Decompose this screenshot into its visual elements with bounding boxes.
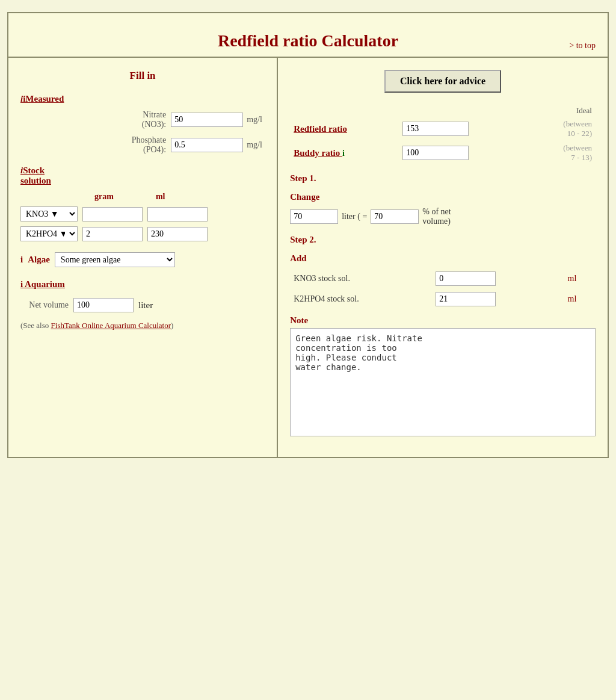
redfield-row: Redfield ratio (between10 - 22) (290, 117, 596, 141)
step1-heading: Step 1. (290, 173, 596, 184)
stock-ml-header: ml (156, 192, 165, 202)
add-kno3-label: KNO3 stock sol. (290, 268, 432, 289)
change-liters-input[interactable] (290, 209, 338, 224)
add-k2hpo4-unit: ml (564, 289, 596, 309)
phosphate-row: Phosphate(PO4): mg/l (20, 135, 265, 155)
header-section: Redfield ratio Calculator > to top (8, 13, 608, 57)
net-volume-input[interactable] (73, 298, 134, 312)
main-container: Redfield ratio Calculator > to top Fill … (7, 12, 609, 458)
stock-label-text: Stocksolution (20, 166, 51, 185)
add-kno3-value-input[interactable] (436, 271, 496, 286)
nitrate-row: Nitrate(NO3): mg/l (20, 110, 265, 129)
advice-button[interactable]: Click here for advice (384, 70, 501, 93)
to-top-link[interactable]: > to top (569, 41, 596, 51)
phosphate-input[interactable] (171, 138, 243, 152)
left-panel: Fill in iiMeasured Nitrate(NO3): mg/l Ph… (8, 58, 278, 457)
algae-label-text: Algae (28, 255, 50, 265)
buddy-row: Buddy ratio i (between7 - 13) (290, 141, 596, 165)
measured-label[interactable]: iiMeasured (20, 94, 265, 104)
ideal-heading: Ideal (531, 105, 596, 117)
algae-info-icon: i (20, 255, 23, 265)
stock-column-headers: gram ml (20, 192, 265, 202)
phosphate-label: Phosphate(PO4): (100, 135, 166, 155)
step1-label: Step 1. (290, 173, 316, 183)
add-k2hpo4-label: K2HPO4 stock sol. (290, 289, 432, 309)
net-volume-row: Net volume liter (20, 298, 265, 312)
change-percent-input[interactable] (371, 209, 419, 224)
stock-k2hpo4-select[interactable]: K2HPO4 ▼ KNO3 (20, 226, 78, 241)
aquarium-info-icon: i (20, 279, 23, 289)
see-also-prefix: (See also (20, 321, 51, 330)
stock-kno3-row: KNO3 ▼ KH2PO4 (20, 206, 265, 221)
net-volume-unit: liter (138, 300, 153, 311)
ratio-table: Ideal Redfield ratio (between10 - 22) (290, 105, 596, 165)
note-textarea[interactable]: Green algae risk. Nitrate concentration … (290, 328, 596, 436)
add-kno3-row: KNO3 stock sol. ml (290, 268, 596, 289)
stock-kno3-select[interactable]: KNO3 ▼ KH2PO4 (20, 206, 78, 221)
aquarium-section: i Aquarium Net volume liter (See also Fi… (20, 279, 265, 330)
step2-add-label: Add (290, 253, 596, 264)
algae-select[interactable]: Some green algae No algae Much green alg… (55, 252, 175, 267)
see-also-text: (See also FishTank Online Aquarium Calcu… (20, 321, 265, 330)
stock-k2hpo4-ml-input[interactable] (147, 227, 208, 241)
fill-in-heading: Fill in (20, 70, 265, 82)
redfield-ideal: (between10 - 22) (531, 117, 596, 141)
phosphate-unit: mg/l (247, 140, 265, 150)
change-row: liter ( = % of netvolume) (290, 207, 596, 226)
buddy-ratio-label[interactable]: Buddy ratio (294, 148, 342, 158)
right-panel: Click here for advice Ideal Redfield rat… (278, 58, 608, 457)
stock-solution-label[interactable]: iStocksolution (20, 166, 265, 186)
buddy-value-input[interactable] (402, 146, 469, 160)
net-volume-label: Net volume (20, 300, 69, 310)
algae-row: i Algae Some green algae No algae Much g… (20, 252, 265, 267)
page-title: Redfield ratio Calculator (20, 31, 596, 51)
add-k2hpo4-row: K2HPO4 stock sol. ml (290, 289, 596, 309)
add-k2hpo4-value-input[interactable] (436, 292, 496, 306)
stock-k2hpo4-gram-input[interactable] (82, 227, 143, 241)
aquarium-label-text: Aquarium (25, 279, 65, 289)
buddy-info-icon[interactable]: i (342, 149, 345, 158)
fishtank-link[interactable]: FishTank Online Aquarium Calculator (51, 321, 171, 330)
nitrate-label: Nitrate(NO3): (100, 110, 166, 129)
see-also-suffix: ) (171, 321, 173, 330)
add-table: KNO3 stock sol. ml K2HPO4 stock sol. ml (290, 268, 596, 309)
nitrate-unit: mg/l (247, 115, 265, 125)
step1-change-label: Change (290, 192, 596, 202)
stock-kno3-gram-input[interactable] (82, 207, 143, 221)
stock-kno3-ml-input[interactable] (147, 207, 208, 221)
note-heading: Note (290, 315, 596, 326)
stock-gram-header: gram (94, 192, 114, 202)
redfield-label[interactable]: Redfield ratio (294, 124, 347, 134)
change-percent-label: % of netvolume) (422, 207, 451, 226)
add-kno3-unit: ml (564, 268, 596, 289)
buddy-ideal: (between7 - 13) (531, 141, 596, 165)
step2-heading: Step 2. (290, 235, 596, 245)
change-liter-label: liter ( = (342, 212, 367, 221)
redfield-value-input[interactable] (402, 122, 469, 136)
nitrate-input[interactable] (171, 113, 243, 127)
stock-k2hpo4-row: K2HPO4 ▼ KNO3 (20, 226, 265, 241)
aquarium-label[interactable]: i Aquarium (20, 279, 265, 290)
main-content: Fill in iiMeasured Nitrate(NO3): mg/l Ph… (8, 57, 608, 457)
